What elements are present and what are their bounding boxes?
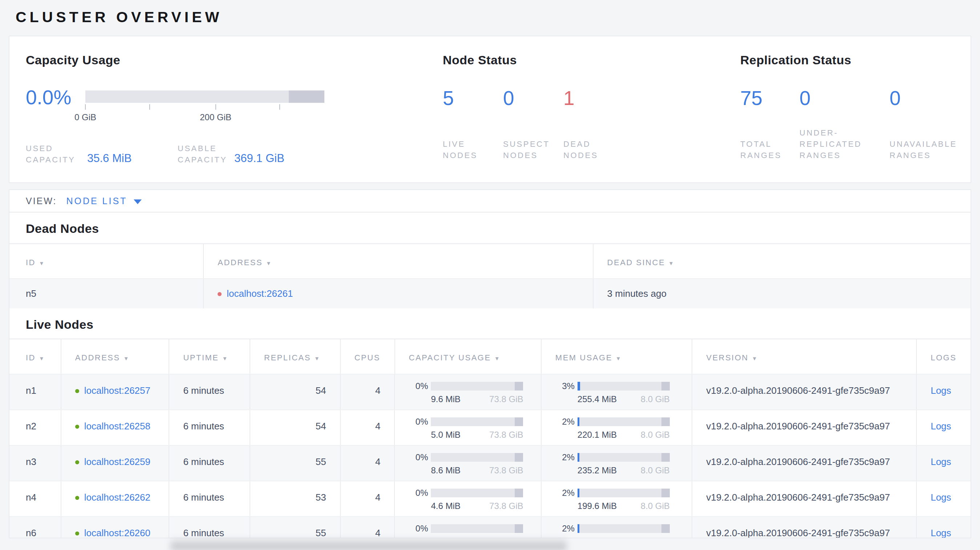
capacity-usage-percent: 0% [411,523,428,534]
node-address-link[interactable]: localhost:26261 [227,288,293,299]
table-header-row: ID▼ADDRESS▼DEAD SINCE▼ [10,244,970,278]
capacity-usage-bar-reserved [515,417,523,426]
node-cpus-cell: 4 [341,446,395,481]
node-address-link[interactable]: localhost:26258 [84,421,150,432]
memory-usage-bar-fill [578,453,579,462]
label-line: USABLE [178,143,234,154]
live-node-dot-icon [75,460,79,464]
memory-usage-bar [578,453,670,462]
dead-since-cell: 3 minutes ago [593,279,970,308]
node-logs-link[interactable]: Logs [931,492,951,503]
capacity-usage-bar [431,417,523,426]
live-nodes-heading: Live Nodes [10,308,970,339]
col-header-mem-usage[interactable]: MEM USAGE▼ [542,339,692,374]
col-header-capacity-usage[interactable]: CAPACITY USAGE▼ [395,339,542,374]
label-line: TOTAL [740,138,799,149]
sort-arrow-icon: ▼ [39,260,44,266]
live-node-row: n1localhost:262576 minutes5440%9.6 MiB73… [10,374,970,409]
memory-used-value: 225.5 MiB [578,537,617,538]
live-node-row: n4localhost:262626 minutes5340%4.6 MiB73… [10,481,970,516]
chevron-down-icon [134,199,142,204]
axis-tick [85,104,86,110]
view-label: VIEW: [26,196,57,206]
capacity-total-value: 73.8 GiB [489,430,523,440]
replication-stat-label: TOTALRANGES [740,138,799,161]
label-line: RANGES [889,149,957,161]
memory-used-value: 220.1 MiB [578,430,617,440]
col-header-label: CPUS [355,353,380,362]
node-address-link[interactable]: localhost:26259 [84,456,150,467]
node-logs-cell: Logs [917,517,970,538]
capacity-usage-cell: 0%5.0 MiB73.8 GiB [395,410,541,445]
node-uptime-cell: 6 minutes [169,517,250,538]
node-logs-link[interactable]: Logs [931,385,951,396]
col-header-address[interactable]: ADDRESS▼ [204,244,593,278]
view-selected-value: NODE LIST [66,196,127,206]
replication-status-stats: 75TOTALRANGES0UNDER-REPLICATEDRANGES0UNA… [740,88,970,161]
col-header-replicas[interactable]: REPLICAS▼ [250,339,341,374]
memory-usage-percent: 2% [558,416,574,427]
node-logs-link[interactable]: Logs [931,421,951,432]
sort-arrow-icon: ▼ [39,355,44,361]
col-header-label: UPTIME [183,353,219,362]
label-line: NODES [503,149,563,161]
node-status-stats: 5LIVENODES0SUSPECTNODES1DEADNODES [443,88,740,161]
view-selector-dropdown[interactable]: NODE LIST [66,196,142,206]
capacity-total-value: 73.8 GiB [489,394,523,404]
col-header-version[interactable]: VERSION▼ [692,339,917,374]
memory-usage-bar-reserved [662,489,670,498]
capacity-stat: USABLECAPACITY369.1 GiB [178,143,285,165]
col-header-dead-since[interactable]: DEAD SINCE▼ [593,244,970,278]
label-line: NODES [563,149,624,161]
col-header-id[interactable]: ID▼ [10,339,61,374]
capacity-gauge-reserved-segment [289,91,325,103]
sort-arrow-icon: ▼ [266,260,271,266]
memory-total-value: 8.0 GiB [641,430,670,440]
replication-status-section: Replication Status 75TOTALRANGES0UNDER-R… [740,53,970,182]
capacity-usage-bar [431,453,523,462]
capacity-usage-percent: 0% [411,488,428,498]
capacity-usage-section: Capacity Usage 0.0% 0 GiB200 GiB USEDCAP… [26,53,443,182]
node-version-cell: v19.2.0-alpha.20190606-2491-gfe735c9a97 [692,446,917,481]
memory-total-value: 8.0 GiB [641,394,670,404]
node-address-link[interactable]: localhost:26262 [84,492,150,503]
node-status-heading: Node Status [443,53,740,67]
replication-stat-value: 0 [889,88,957,108]
live-node-row: n6localhost:262606 minutes5540%7.8 MiB73… [10,516,970,538]
node-cpus-cell: 4 [341,517,395,538]
node-address-cell: localhost:26262 [61,481,170,516]
table-header-row: ID▼ADDRESS▼UPTIME▼REPLICAS▼CPUSCAPACITY … [10,339,970,374]
node-version-cell: v19.2.0-alpha.20190606-2491-gfe735c9a97 [692,481,917,516]
node-id-cell: n6 [10,517,61,538]
label-line: UNDER- [799,127,889,138]
memory-usage-bar-fill [578,417,579,426]
node-address-cell: localhost:26257 [61,375,170,409]
node-version-cell: v19.2.0-alpha.20190606-2491-gfe735c9a97 [692,375,917,409]
col-header-address[interactable]: ADDRESS▼ [61,339,170,374]
view-bar: VIEW: NODE LIST [10,190,970,213]
col-header-uptime[interactable]: UPTIME▼ [169,339,250,374]
capacity-usage-bar-reserved [515,489,523,498]
node-list-card: VIEW: NODE LIST Dead Nodes ID▼ADDRESS▼DE… [9,189,971,538]
memory-used-value: 235.2 MiB [578,465,617,475]
capacity-usage-bar [431,524,523,533]
live-node-row: n3localhost:262596 minutes5540%8.6 MiB73… [10,445,970,481]
col-header-label: LOGS [931,353,956,362]
node-id-cell: n4 [10,481,61,516]
label-line: LIVE [443,138,503,149]
node-uptime-cell: 6 minutes [169,375,250,409]
sort-arrow-icon: ▼ [222,355,228,361]
capacity-usage-cell: 0%9.6 MiB73.8 GiB [395,375,541,409]
label-line: CAPACITY [26,154,87,165]
node-logs-link[interactable]: Logs [931,528,951,538]
col-header-label: CAPACITY USAGE [409,353,491,362]
capacity-usage-bar-reserved [515,453,523,462]
col-header-id[interactable]: ID▼ [10,244,204,278]
col-header-label: ADDRESS [218,258,262,267]
node-address-link[interactable]: localhost:26257 [84,385,150,396]
node-logs-link[interactable]: Logs [931,456,951,467]
node-status-stat-label: LIVENODES [443,138,503,161]
live-node-row: n2localhost:262586 minutes5440%5.0 MiB73… [10,409,970,445]
node-address-link[interactable]: localhost:26260 [84,528,150,538]
capacity-usage-percent: 0% [411,381,428,391]
